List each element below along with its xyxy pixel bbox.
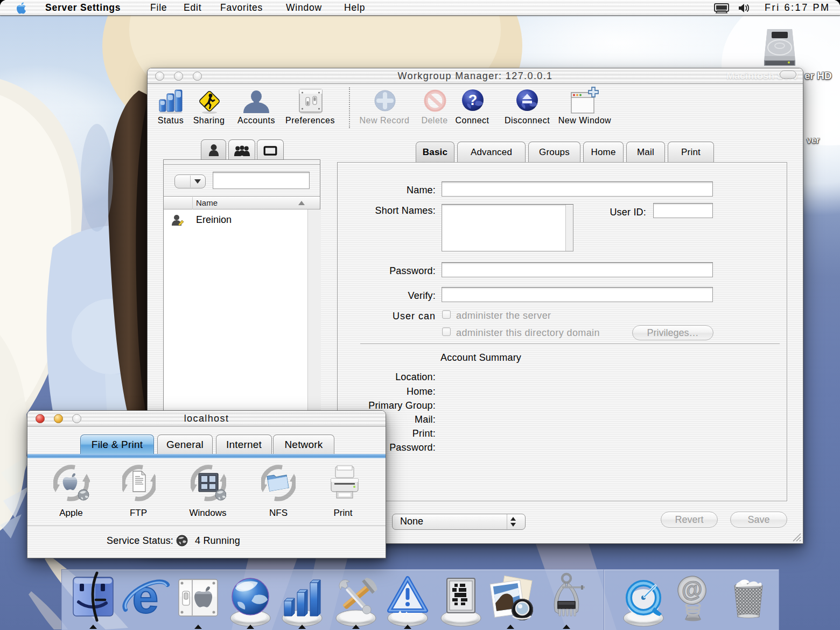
svg-text:?: ? <box>468 92 478 108</box>
svg-text:@: @ <box>680 576 704 603</box>
svg-text:e: e <box>132 570 159 623</box>
